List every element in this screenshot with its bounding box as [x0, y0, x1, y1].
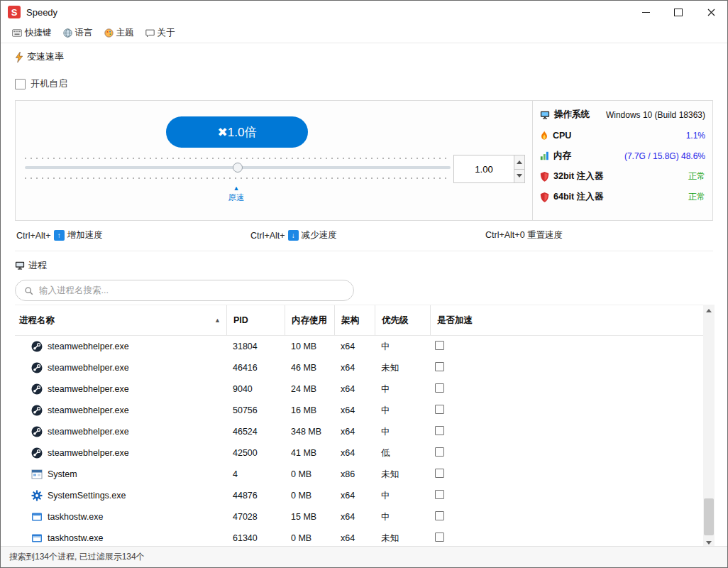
menu-item-theme[interactable]: 主题 [99, 25, 140, 41]
accelerate-cell [430, 426, 703, 437]
scroll-up-icon [706, 309, 712, 312]
lightning-icon [15, 52, 23, 62]
shield-icon [540, 172, 549, 182]
table-row[interactable]: steamwebhelper.exe 46416 46 MB x64 未知 [15, 357, 703, 378]
process-memory: 24 MB [285, 384, 334, 394]
accelerate-checkbox[interactable] [435, 426, 444, 435]
column-header-pid[interactable]: PID [226, 305, 285, 335]
accelerate-checkbox[interactable] [435, 383, 444, 393]
hotkey-decrease-prefix: Ctrl+Alt+ [250, 231, 285, 241]
steam-icon [31, 362, 43, 373]
vertical-scrollbar[interactable] [703, 305, 715, 548]
table-row[interactable]: steamwebhelper.exe 9040 24 MB x64 中 [15, 378, 703, 400]
search-icon [24, 286, 33, 295]
system-info-injector32-row: 32bit 注入器 正常 [540, 166, 705, 187]
accelerate-cell [430, 511, 703, 523]
accelerate-checkbox[interactable] [435, 490, 444, 499]
column-header-priority[interactable]: 优先级 [375, 305, 430, 335]
system-window-icon [31, 469, 43, 480]
accelerate-checkbox[interactable] [435, 532, 444, 542]
process-pid: 46416 [226, 363, 285, 373]
column-header-name[interactable]: 进程名称 ▲ [15, 305, 226, 335]
hotkey-reset: Ctrl+Alt+0 重置速度 [485, 229, 563, 241]
process-table: 进程名称 ▲ PID 内存使用 架构 优先级 是否加速 steamwebhelp… [15, 305, 715, 549]
hotkey-reset-label: Ctrl+Alt+0 重置速度 [485, 229, 563, 241]
task-window-icon [31, 511, 43, 523]
menu-item-hotkeys[interactable]: 快捷键 [6, 25, 57, 41]
minimize-button[interactable] [629, 1, 662, 23]
table-row[interactable]: SystemSettings.exe 44876 0 MB x64 中 [15, 485, 703, 506]
speed-value-input[interactable] [453, 155, 514, 183]
autostart-checkbox[interactable] [15, 79, 26, 89]
accelerate-checkbox[interactable] [435, 511, 444, 520]
process-pid: 9040 [226, 384, 285, 394]
menu-label-about: 关于 [158, 27, 175, 39]
table-row[interactable]: steamwebhelper.exe 31804 10 MB x64 中 [15, 336, 703, 357]
process-memory: 0 MB [285, 491, 334, 501]
table-row[interactable]: steamwebhelper.exe 50756 16 MB x64 中 [15, 400, 703, 421]
accelerate-checkbox[interactable] [435, 341, 444, 350]
accelerate-checkbox[interactable] [435, 405, 444, 414]
column-accelerate-label: 是否加速 [437, 315, 473, 327]
speed-multiplier-button[interactable]: ✖1.0倍 [166, 116, 308, 148]
slider-handle[interactable] [233, 163, 243, 173]
table-row[interactable]: steamwebhelper.exe 42500 41 MB x64 低 [15, 442, 703, 464]
speed-slider[interactable] [25, 156, 451, 182]
sort-asc-icon: ▲ [214, 317, 221, 324]
speed-section-title: 变速速率 [27, 50, 64, 63]
injector64-status: 正常 [688, 191, 705, 203]
process-priority: 中 [375, 383, 430, 395]
process-priority: 中 [375, 490, 430, 502]
process-pid: 46524 [226, 427, 285, 437]
hotkey-decrease: Ctrl+Alt+ ↓ 减少速度 [250, 229, 337, 241]
process-name: System [48, 469, 77, 479]
accelerate-checkbox[interactable] [435, 362, 444, 371]
scrollbar-thumb[interactable] [704, 498, 714, 535]
section-divider [15, 251, 713, 251]
accelerate-cell [430, 469, 703, 480]
close-button[interactable] [695, 1, 727, 23]
origin-marker-label: 原速 [216, 192, 256, 202]
process-name-cell: steamwebhelper.exe [15, 362, 226, 373]
menu-item-about[interactable]: 关于 [140, 25, 181, 41]
speed-spinner [453, 155, 525, 183]
accelerate-cell [430, 405, 703, 416]
process-name: taskhostw.exe [48, 533, 104, 543]
table-row[interactable]: taskhostw.exe 47028 15 MB x64 中 [15, 506, 703, 528]
process-memory: 0 MB [285, 469, 334, 479]
accelerate-checkbox[interactable] [435, 469, 444, 478]
process-name-cell: steamwebhelper.exe [15, 405, 226, 416]
menu-item-language[interactable]: 语言 [57, 25, 99, 41]
table-row[interactable]: steamwebhelper.exe 46524 348 MB x64 中 [15, 421, 703, 442]
column-header-accelerate[interactable]: 是否加速 [430, 305, 703, 335]
system-info-cpu-row: CPU 1.1% [540, 125, 705, 146]
process-name-cell: steamwebhelper.exe [15, 341, 226, 352]
process-memory: 10 MB [285, 342, 334, 351]
system-info-memory-row: 内存 (7.7G / 15.8G) 48.6% [540, 146, 705, 166]
cpu-value: 1.1% [686, 131, 705, 141]
process-memory: 41 MB [285, 448, 334, 458]
spinner-down-button[interactable] [514, 170, 525, 184]
autostart-label: 开机自启 [31, 77, 67, 90]
spinner-up-button[interactable] [514, 155, 525, 170]
table-row[interactable]: System 4 0 MB x86 未知 [15, 464, 703, 485]
process-priority: 未知 [375, 532, 430, 545]
process-arch: x64 [334, 533, 375, 543]
hotkey-increase-label: 增加速度 [67, 229, 103, 241]
search-input[interactable] [38, 285, 345, 296]
column-name-label: 进程名称 [19, 315, 55, 327]
scroll-up-button[interactable] [703, 305, 715, 316]
column-header-arch[interactable]: 架构 [334, 305, 375, 335]
hotkey-hints: Ctrl+Alt+ ↑ 增加速度 Ctrl+Alt+ ↓ 减少速度 Ctrl+A… [15, 229, 713, 242]
process-name: steamwebhelper.exe [48, 405, 129, 415]
accelerate-checkbox[interactable] [435, 447, 444, 457]
steam-icon [31, 341, 43, 352]
column-header-memory[interactable]: 内存使用 [285, 305, 334, 335]
minimize-icon [642, 12, 650, 13]
maximize-button[interactable] [662, 1, 695, 23]
process-name-cell: steamwebhelper.exe [15, 383, 226, 395]
process-memory: 348 MB [285, 427, 334, 437]
process-memory: 16 MB [285, 405, 334, 415]
column-memory-label: 内存使用 [292, 315, 327, 327]
process-name: steamwebhelper.exe [48, 363, 129, 373]
